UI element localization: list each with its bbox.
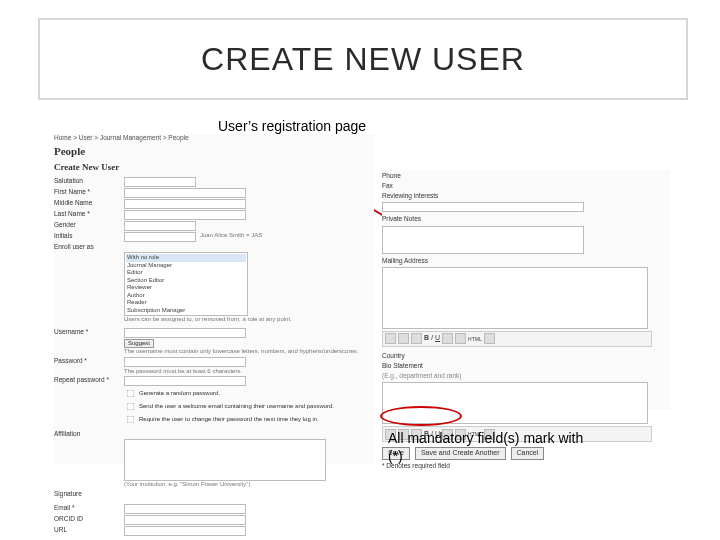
label-initials: Initials bbox=[54, 232, 124, 242]
opt-welcome-email[interactable]: Send the user a welcome email containing… bbox=[124, 400, 374, 413]
input-password[interactable] bbox=[124, 357, 246, 367]
toolbar-icon[interactable] bbox=[411, 333, 422, 344]
label-bio: Bio Statement bbox=[382, 362, 670, 370]
label-affiliation: Affiliation bbox=[54, 430, 124, 438]
input-salutation[interactable] bbox=[124, 177, 196, 187]
label-first-name: First Name * bbox=[54, 188, 124, 198]
textarea-mailing[interactable] bbox=[382, 267, 648, 329]
screenshot-right: Phone Fax Reviewing interests Private No… bbox=[382, 170, 670, 410]
role-option[interactable]: Journal Manager bbox=[126, 262, 246, 270]
input-repeat-password[interactable] bbox=[124, 376, 246, 386]
label-orcid: ORCID iD bbox=[54, 515, 124, 525]
label-enroll: Enroll user as bbox=[54, 243, 124, 251]
label-country: Country bbox=[382, 352, 670, 360]
label-email: Email * bbox=[54, 504, 124, 514]
textarea-affiliation[interactable] bbox=[124, 439, 326, 481]
textarea-private-notes[interactable] bbox=[382, 226, 584, 254]
password-note: The password must be at least 6 characte… bbox=[124, 368, 374, 376]
label-fax: Fax bbox=[382, 182, 670, 190]
caption-mandatory: All mandatory field(s) mark with (*) bbox=[388, 430, 588, 465]
role-option[interactable]: Section Editor bbox=[126, 277, 246, 285]
label-last-name: Last Name * bbox=[54, 210, 124, 220]
heading-create-new-user: Create New User bbox=[54, 162, 374, 173]
toolbar-icon[interactable] bbox=[398, 333, 409, 344]
roles-note: Users can be assigned to, or removed fro… bbox=[124, 316, 374, 324]
label-signature: Signature bbox=[54, 490, 124, 498]
hint-bio: (E.g., department and rank) bbox=[382, 372, 670, 380]
role-option[interactable]: Reviewer bbox=[126, 284, 246, 292]
input-url[interactable] bbox=[124, 526, 246, 536]
slide-title: CREATE NEW USER bbox=[201, 41, 525, 78]
label-gender: Gender bbox=[54, 221, 124, 231]
input-last-name[interactable] bbox=[124, 210, 246, 220]
username-note: The username must contain only lowercase… bbox=[124, 348, 374, 356]
input-first-name[interactable] bbox=[124, 188, 246, 198]
input-gender[interactable] bbox=[124, 221, 196, 231]
opt-force-change[interactable]: Require the user to change their passwor… bbox=[124, 413, 374, 426]
label-username: Username * bbox=[54, 328, 124, 338]
editor-toolbar[interactable]: B I U HTML bbox=[382, 331, 652, 347]
underline-icon[interactable]: U bbox=[435, 334, 440, 343]
highlight-oval bbox=[380, 406, 462, 426]
toolbar-icon[interactable] bbox=[484, 333, 495, 344]
role-option[interactable]: With no role bbox=[126, 254, 246, 262]
label-url: URL bbox=[54, 526, 124, 536]
title-band: CREATE NEW USER bbox=[38, 18, 688, 100]
role-option[interactable]: Author bbox=[126, 292, 246, 300]
screenshot-left: Home > User > Journal Management > Peopl… bbox=[54, 134, 374, 464]
toolbar-icon[interactable] bbox=[442, 333, 453, 344]
label-password: Password * bbox=[54, 357, 124, 367]
role-option[interactable]: Reader bbox=[126, 299, 246, 307]
heading-people: People bbox=[54, 145, 374, 159]
label-salutation: Salutation bbox=[54, 177, 124, 187]
input-username[interactable] bbox=[124, 328, 246, 338]
toolbar-icon[interactable] bbox=[385, 333, 396, 344]
hint-initials: Joan Alice Smith = JAS bbox=[200, 232, 262, 242]
label-middle-name: Middle Name bbox=[54, 199, 124, 209]
input-middle-name[interactable] bbox=[124, 199, 246, 209]
italic-icon[interactable]: I bbox=[431, 334, 433, 343]
bold-icon[interactable]: B bbox=[424, 334, 429, 343]
input-orcid[interactable] bbox=[124, 515, 246, 525]
role-option[interactable]: Subscription Manager bbox=[126, 307, 246, 315]
label-mailing: Mailing Address bbox=[382, 257, 670, 265]
affiliation-hint: (Your institution, e.g. "Simon Fraser Un… bbox=[124, 481, 374, 489]
input-email[interactable] bbox=[124, 504, 246, 514]
input-interests[interactable] bbox=[382, 202, 584, 212]
roles-listbox[interactable]: With no role Journal Manager Editor Sect… bbox=[124, 252, 248, 316]
toolbar-icon[interactable] bbox=[455, 333, 466, 344]
input-initials[interactable] bbox=[124, 232, 196, 242]
label-repeat-password: Repeat password * bbox=[54, 376, 124, 386]
html-icon[interactable]: HTML bbox=[468, 336, 482, 342]
label-phone: Phone bbox=[382, 172, 670, 180]
opt-generate-password[interactable]: Generate a random password. bbox=[124, 387, 374, 400]
label-interests: Reviewing interests bbox=[382, 192, 670, 200]
suggest-button[interactable]: Suggest bbox=[124, 339, 154, 349]
breadcrumbs: Home > User > Journal Management > Peopl… bbox=[54, 134, 374, 142]
label-private-notes: Private Notes bbox=[382, 215, 670, 223]
role-option[interactable]: Editor bbox=[126, 269, 246, 277]
